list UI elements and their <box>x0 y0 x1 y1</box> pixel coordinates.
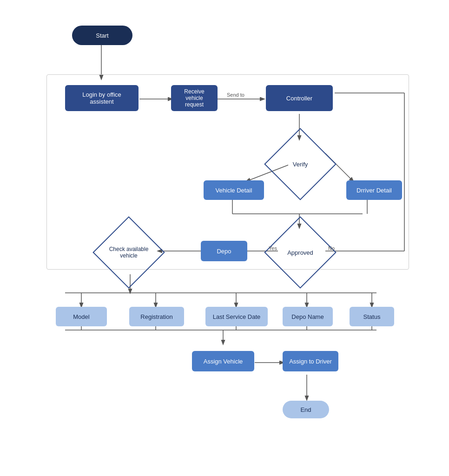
end-node: End <box>283 401 329 418</box>
vehicle-detail-label: Vehicle Detail <box>216 187 252 194</box>
depo-name-node: Depo Name <box>283 307 333 326</box>
last-service-node: Last Service Date <box>205 307 268 326</box>
approved-diamond <box>264 216 337 289</box>
end-label: End <box>300 406 311 413</box>
driver-detail-label: Drriver Detail <box>357 187 392 194</box>
assign-vehicle-label: Assign Vehicle <box>204 358 243 365</box>
registration-node: Registration <box>129 307 184 326</box>
start-node: Start <box>72 26 132 45</box>
no-label: No <box>328 245 335 251</box>
assign-vehicle-node: Assign Vehicle <box>192 351 254 371</box>
depo-node: Depo <box>201 241 247 261</box>
assign-driver-node: Assign to Driver <box>283 351 338 371</box>
last-service-label: Last Service Date <box>213 313 261 320</box>
yes-label: Yes <box>269 245 277 251</box>
flowchart-diagram: Start Login by office assistent Receive … <box>0 0 449 476</box>
receive-label: Receive vehicle request <box>178 88 211 108</box>
model-label: Model <box>73 313 89 320</box>
connector-lines <box>0 0 449 476</box>
receive-node: Receive vehicle request <box>171 85 218 111</box>
driver-detail-node: Drriver Detail <box>346 180 402 200</box>
verify-diamond <box>264 128 337 200</box>
login-node: Login by office assistent <box>65 85 139 111</box>
status-node: Status <box>350 307 394 326</box>
depo-label: Depo <box>217 248 231 255</box>
controller-label: Controller <box>286 95 312 102</box>
check-available-diamond <box>92 216 165 289</box>
start-label: Start <box>96 32 108 39</box>
assign-driver-label: Assign to Driver <box>289 358 332 365</box>
vehicle-detail-node: Vehicle Detail <box>204 180 264 200</box>
login-label: Login by office assistent <box>72 91 132 105</box>
status-label: Status <box>363 313 381 320</box>
registration-label: Registration <box>140 313 172 320</box>
send-to-label: Send to <box>227 92 244 98</box>
model-node: Model <box>56 307 107 326</box>
controller-node: Controller <box>266 85 333 111</box>
depo-name-label: Depo Name <box>291 313 324 320</box>
